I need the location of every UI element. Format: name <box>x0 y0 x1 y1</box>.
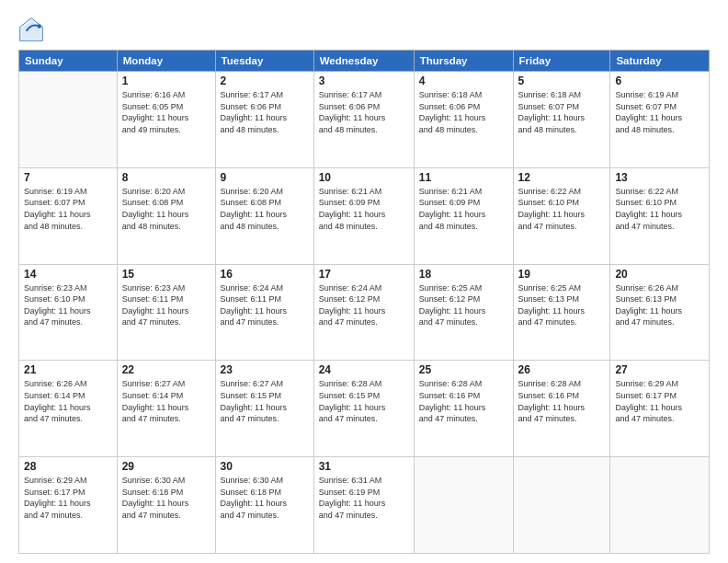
day-number: 8 <box>122 171 210 184</box>
calendar-cell: 26Sunrise: 6:28 AM Sunset: 6:16 PM Dayli… <box>513 361 610 457</box>
day-info: Sunrise: 6:24 AM Sunset: 6:11 PM Dayligh… <box>221 282 309 328</box>
calendar-cell: 18Sunrise: 6:25 AM Sunset: 6:12 PM Dayli… <box>414 264 513 361</box>
calendar-cell: 23Sunrise: 6:27 AM Sunset: 6:15 PM Dayli… <box>215 361 313 457</box>
calendar-day-header: Friday <box>513 51 610 72</box>
day-number: 18 <box>419 268 508 281</box>
day-number: 10 <box>319 171 409 184</box>
day-info: Sunrise: 6:28 AM Sunset: 6:15 PM Dayligh… <box>319 378 409 424</box>
calendar-cell: 16Sunrise: 6:24 AM Sunset: 6:11 PM Dayli… <box>215 264 313 361</box>
day-number: 22 <box>122 363 210 376</box>
day-number: 21 <box>24 363 112 376</box>
day-number: 29 <box>122 460 210 473</box>
calendar-cell: 12Sunrise: 6:22 AM Sunset: 6:10 PM Dayli… <box>513 167 610 264</box>
day-number: 27 <box>615 363 704 376</box>
calendar-cell: 9Sunrise: 6:20 AM Sunset: 6:08 PM Daylig… <box>215 167 313 264</box>
calendar-cell: 2Sunrise: 6:17 AM Sunset: 6:06 PM Daylig… <box>215 72 313 168</box>
day-info: Sunrise: 6:17 AM Sunset: 6:06 PM Dayligh… <box>221 89 309 135</box>
calendar-cell: 8Sunrise: 6:20 AM Sunset: 6:08 PM Daylig… <box>117 167 215 264</box>
calendar-cell <box>610 457 710 554</box>
day-info: Sunrise: 6:17 AM Sunset: 6:06 PM Dayligh… <box>319 89 409 135</box>
day-info: Sunrise: 6:29 AM Sunset: 6:17 PM Dayligh… <box>24 475 112 521</box>
calendar-cell <box>19 72 118 168</box>
day-number: 30 <box>221 460 309 473</box>
day-info: Sunrise: 6:19 AM Sunset: 6:07 PM Dayligh… <box>615 89 704 135</box>
calendar-cell: 15Sunrise: 6:23 AM Sunset: 6:11 PM Dayli… <box>117 264 215 361</box>
calendar-header-row: SundayMondayTuesdayWednesdayThursdayFrid… <box>19 51 710 72</box>
calendar-week-row: 1Sunrise: 6:16 AM Sunset: 6:05 PM Daylig… <box>19 72 710 168</box>
calendar-cell: 30Sunrise: 6:30 AM Sunset: 6:18 PM Dayli… <box>215 457 313 554</box>
calendar-cell: 14Sunrise: 6:23 AM Sunset: 6:10 PM Dayli… <box>19 264 118 361</box>
day-number: 31 <box>319 460 409 473</box>
calendar-cell: 3Sunrise: 6:17 AM Sunset: 6:06 PM Daylig… <box>313 72 414 168</box>
calendar-cell: 21Sunrise: 6:26 AM Sunset: 6:14 PM Dayli… <box>19 361 118 457</box>
day-number: 25 <box>419 363 508 376</box>
calendar-cell: 13Sunrise: 6:22 AM Sunset: 6:10 PM Dayli… <box>610 167 710 264</box>
day-number: 5 <box>518 75 606 87</box>
day-number: 7 <box>24 171 112 184</box>
calendar-cell: 28Sunrise: 6:29 AM Sunset: 6:17 PM Dayli… <box>19 457 118 554</box>
day-number: 20 <box>615 268 704 281</box>
day-number: 6 <box>615 75 704 87</box>
calendar-week-row: 14Sunrise: 6:23 AM Sunset: 6:10 PM Dayli… <box>19 264 710 361</box>
day-info: Sunrise: 6:22 AM Sunset: 6:10 PM Dayligh… <box>518 186 606 232</box>
day-number: 28 <box>24 460 112 473</box>
calendar-day-header: Tuesday <box>215 51 313 72</box>
calendar-cell: 4Sunrise: 6:18 AM Sunset: 6:06 PM Daylig… <box>414 72 513 168</box>
calendar-day-header: Wednesday <box>313 51 414 72</box>
day-number: 23 <box>221 363 309 376</box>
calendar-cell: 24Sunrise: 6:28 AM Sunset: 6:15 PM Dayli… <box>313 361 414 457</box>
calendar-week-row: 21Sunrise: 6:26 AM Sunset: 6:14 PM Dayli… <box>19 361 710 457</box>
calendar-cell: 1Sunrise: 6:16 AM Sunset: 6:05 PM Daylig… <box>117 72 215 168</box>
day-number: 9 <box>221 171 309 184</box>
calendar-day-header: Sunday <box>19 51 118 72</box>
day-number: 15 <box>122 268 210 281</box>
day-info: Sunrise: 6:26 AM Sunset: 6:14 PM Dayligh… <box>24 378 112 424</box>
calendar-cell <box>414 457 513 554</box>
day-number: 19 <box>518 268 606 281</box>
calendar-cell: 19Sunrise: 6:25 AM Sunset: 6:13 PM Dayli… <box>513 264 610 361</box>
day-info: Sunrise: 6:18 AM Sunset: 6:07 PM Dayligh… <box>518 89 606 135</box>
logo <box>18 17 48 42</box>
day-info: Sunrise: 6:30 AM Sunset: 6:18 PM Dayligh… <box>122 475 210 521</box>
day-info: Sunrise: 6:23 AM Sunset: 6:11 PM Dayligh… <box>122 282 210 328</box>
calendar-cell: 6Sunrise: 6:19 AM Sunset: 6:07 PM Daylig… <box>610 72 710 168</box>
day-info: Sunrise: 6:22 AM Sunset: 6:10 PM Dayligh… <box>615 186 704 232</box>
day-info: Sunrise: 6:25 AM Sunset: 6:13 PM Dayligh… <box>518 282 606 328</box>
day-info: Sunrise: 6:21 AM Sunset: 6:09 PM Dayligh… <box>419 186 508 232</box>
day-number: 1 <box>122 75 210 87</box>
day-info: Sunrise: 6:29 AM Sunset: 6:17 PM Dayligh… <box>615 378 704 424</box>
day-number: 4 <box>419 75 508 87</box>
day-info: Sunrise: 6:27 AM Sunset: 6:14 PM Dayligh… <box>122 378 210 424</box>
calendar-cell: 22Sunrise: 6:27 AM Sunset: 6:14 PM Dayli… <box>117 361 215 457</box>
calendar-day-header: Thursday <box>414 51 513 72</box>
day-number: 3 <box>319 75 409 87</box>
calendar-cell: 27Sunrise: 6:29 AM Sunset: 6:17 PM Dayli… <box>610 361 710 457</box>
calendar-table: SundayMondayTuesdayWednesdayThursdayFrid… <box>18 50 710 554</box>
calendar-week-row: 7Sunrise: 6:19 AM Sunset: 6:07 PM Daylig… <box>19 167 710 264</box>
day-info: Sunrise: 6:21 AM Sunset: 6:09 PM Dayligh… <box>319 186 409 232</box>
day-number: 16 <box>221 268 309 281</box>
calendar-cell: 20Sunrise: 6:26 AM Sunset: 6:13 PM Dayli… <box>610 264 710 361</box>
calendar-day-header: Saturday <box>610 51 710 72</box>
day-info: Sunrise: 6:18 AM Sunset: 6:06 PM Dayligh… <box>419 89 508 135</box>
day-number: 13 <box>615 171 704 184</box>
calendar-cell: 31Sunrise: 6:31 AM Sunset: 6:19 PM Dayli… <box>313 457 414 554</box>
day-number: 12 <box>518 171 606 184</box>
day-info: Sunrise: 6:24 AM Sunset: 6:12 PM Dayligh… <box>319 282 409 328</box>
day-info: Sunrise: 6:23 AM Sunset: 6:10 PM Dayligh… <box>24 282 112 328</box>
day-number: 17 <box>319 268 409 281</box>
day-info: Sunrise: 6:31 AM Sunset: 6:19 PM Dayligh… <box>319 475 409 521</box>
calendar-cell: 5Sunrise: 6:18 AM Sunset: 6:07 PM Daylig… <box>513 72 610 168</box>
day-info: Sunrise: 6:25 AM Sunset: 6:12 PM Dayligh… <box>419 282 508 328</box>
day-info: Sunrise: 6:30 AM Sunset: 6:18 PM Dayligh… <box>221 475 309 521</box>
day-number: 26 <box>518 363 606 376</box>
day-number: 2 <box>221 75 309 87</box>
calendar-cell <box>513 457 610 554</box>
calendar-cell: 17Sunrise: 6:24 AM Sunset: 6:12 PM Dayli… <box>313 264 414 361</box>
day-number: 11 <box>419 171 508 184</box>
calendar-cell: 7Sunrise: 6:19 AM Sunset: 6:07 PM Daylig… <box>19 167 118 264</box>
day-info: Sunrise: 6:26 AM Sunset: 6:13 PM Dayligh… <box>615 282 704 328</box>
calendar-day-header: Monday <box>117 51 215 72</box>
svg-point-2 <box>38 24 41 28</box>
page: SundayMondayTuesdayWednesdayThursdayFrid… <box>0 0 728 563</box>
